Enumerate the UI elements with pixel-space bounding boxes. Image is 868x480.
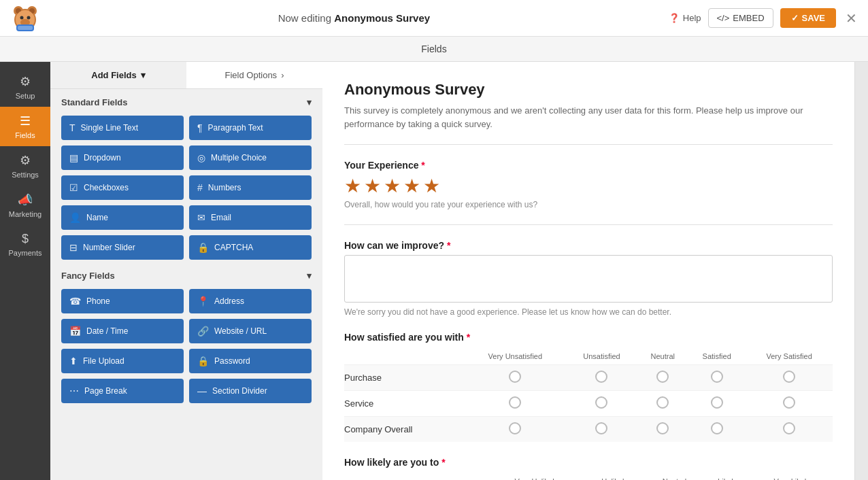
tab-field-options[interactable]: Field Options › <box>186 62 322 88</box>
field-btn-single-line[interactable]: T Single Line Text <box>61 116 184 140</box>
dropdown-icon: ▤ <box>69 152 78 163</box>
sidebar-item-payments[interactable]: $ Payments <box>0 225 50 264</box>
field-btn-password[interactable]: 🔒 Password <box>189 349 312 373</box>
password-label: Password <box>214 356 250 366</box>
payments-icon: $ <box>22 232 29 246</box>
field-btn-captcha[interactable]: 🔒 CAPTCHA <box>189 235 312 260</box>
field-btn-paragraph[interactable]: ¶ Paragraph Text <box>189 116 312 140</box>
star-1[interactable]: ★ <box>344 175 361 197</box>
checkboxes-icon: ☑ <box>69 182 78 193</box>
radio-purchase-2[interactable] <box>595 371 607 383</box>
close-button[interactable]: ✕ <box>846 10 857 27</box>
field-btn-address[interactable]: 📍 Address <box>189 289 312 313</box>
likely-col-5: Very Likely <box>751 473 833 480</box>
sidebar-item-setup[interactable]: ⚙ Setup <box>0 67 50 107</box>
field-btn-datetime[interactable]: 📅 Date / Time <box>61 319 184 343</box>
radio-service-5[interactable] <box>783 396 795 409</box>
sidebar-item-fields[interactable]: ☰ Fields <box>0 107 50 146</box>
star-rating[interactable]: ★ ★ ★ ★ ★ <box>344 175 833 197</box>
star-2[interactable]: ★ <box>364 175 381 197</box>
fancy-fields-chevron: ▾ <box>307 271 312 281</box>
sidebar-item-settings[interactable]: ⚙ Settings <box>0 146 50 186</box>
tab-add-fields[interactable]: Add Fields ▾ <box>50 62 186 88</box>
radio-purchase-4[interactable] <box>711 371 723 383</box>
radio-service-2[interactable] <box>595 396 607 409</box>
field-btn-name[interactable]: 👤 Name <box>61 205 184 230</box>
survey-title: Anonymous Survey <box>344 81 833 99</box>
survey-preview: Anonymous Survey This survey is complete… <box>322 62 854 480</box>
fancy-fields-label: Fancy Fields <box>61 271 115 281</box>
embed-label: EMBED <box>733 13 764 23</box>
radio-company-4[interactable] <box>711 422 723 434</box>
fields-panel-tabs: Add Fields ▾ Field Options › <box>50 62 322 89</box>
chevron-down-icon: ▾ <box>141 70 146 80</box>
satisfied-row-purchase: Purchase <box>344 365 465 391</box>
phone-icon: ☎ <box>69 296 81 307</box>
field-btn-number-slider[interactable]: ⊟ Number Slider <box>61 235 184 260</box>
radio-service-1[interactable] <box>509 396 521 409</box>
field-btn-checkboxes[interactable]: ☑ Checkboxes <box>61 175 184 200</box>
save-button[interactable]: ✓ SAVE <box>780 8 836 28</box>
svg-point-9 <box>23 20 27 23</box>
multiple-choice-icon: ◎ <box>197 152 205 163</box>
star-5[interactable]: ★ <box>423 175 440 197</box>
multiple-choice-label: Multiple Choice <box>211 153 267 162</box>
paragraph-icon: ¶ <box>197 122 203 133</box>
radio-service-4[interactable] <box>711 396 723 409</box>
file-upload-label: File Upload <box>83 356 124 366</box>
field-btn-phone[interactable]: ☎ Phone <box>61 289 184 313</box>
standard-fields-grid: T Single Line Text ¶ Paragraph Text ▤ Dr… <box>61 116 312 260</box>
help-button[interactable]: ❓ Help <box>669 13 701 23</box>
embed-button[interactable]: </> EMBED <box>708 8 773 28</box>
field-btn-website[interactable]: 🔗 Website / URL <box>189 319 312 343</box>
likely-label: How likely are you to * <box>344 457 833 468</box>
datetime-icon: 📅 <box>69 326 81 337</box>
header-right: ❓ Help </> EMBED ✓ SAVE ✕ <box>669 8 857 28</box>
single-line-icon: T <box>69 122 76 133</box>
radio-company-1[interactable] <box>509 422 521 434</box>
radio-company-3[interactable] <box>656 422 669 434</box>
radio-company-5[interactable] <box>783 422 795 434</box>
header-left <box>11 4 39 33</box>
standard-fields-label: Standard Fields <box>61 97 128 107</box>
field-btn-email[interactable]: ✉ Email <box>189 205 312 230</box>
sidebar-item-marketing[interactable]: 📣 Marketing <box>0 186 50 225</box>
numbers-icon: # <box>197 182 203 193</box>
improve-section: How can we improve? * We're sorry you di… <box>344 240 833 317</box>
fields-icon: ☰ <box>20 114 31 128</box>
satisfied-col-4: Satisfied <box>688 348 746 365</box>
radio-purchase-1[interactable] <box>509 371 521 383</box>
radio-purchase-3[interactable] <box>656 371 669 383</box>
svg-rect-11 <box>18 26 33 30</box>
captcha-label: CAPTCHA <box>214 243 253 252</box>
code-icon: </> <box>717 13 730 23</box>
setup-label: Setup <box>16 92 35 100</box>
field-btn-page-break[interactable]: ⋯ Page Break <box>61 379 184 403</box>
star-4[interactable]: ★ <box>403 175 420 197</box>
file-upload-icon: ⬆ <box>69 356 78 366</box>
radio-company-2[interactable] <box>595 422 607 434</box>
field-btn-dropdown[interactable]: ▤ Dropdown <box>61 145 184 170</box>
satisfied-row-header <box>344 348 465 365</box>
likely-col-4: Likely <box>703 473 752 480</box>
page-break-label: Page Break <box>84 386 127 396</box>
radio-service-3[interactable] <box>656 396 669 409</box>
improve-textarea[interactable] <box>344 255 833 303</box>
standard-fields-header[interactable]: Standard Fields ▾ <box>61 97 312 107</box>
standard-fields-chevron: ▾ <box>307 97 312 107</box>
field-btn-section-divider[interactable]: — Section Divider <box>189 379 312 403</box>
likely-col-3: Neutral <box>646 473 703 480</box>
field-btn-file-upload[interactable]: ⬆ File Upload <box>61 349 184 373</box>
satisfied-section: How satisfied are you with * Very Unsati… <box>344 332 833 442</box>
help-label: Help <box>683 13 701 23</box>
svg-point-8 <box>27 16 31 19</box>
star-3[interactable]: ★ <box>384 175 401 197</box>
name-icon: 👤 <box>69 212 81 223</box>
fancy-fields-header[interactable]: Fancy Fields ▾ <box>61 271 312 281</box>
field-btn-multiple-choice[interactable]: ◎ Multiple Choice <box>189 145 312 170</box>
survey-divider <box>344 144 833 145</box>
likely-required: * <box>441 457 445 468</box>
satisfied-matrix: Very Unsatisfied Unsatisfied Neutral Sat… <box>344 348 833 442</box>
radio-purchase-5[interactable] <box>783 371 795 383</box>
field-btn-numbers[interactable]: # Numbers <box>189 175 312 200</box>
